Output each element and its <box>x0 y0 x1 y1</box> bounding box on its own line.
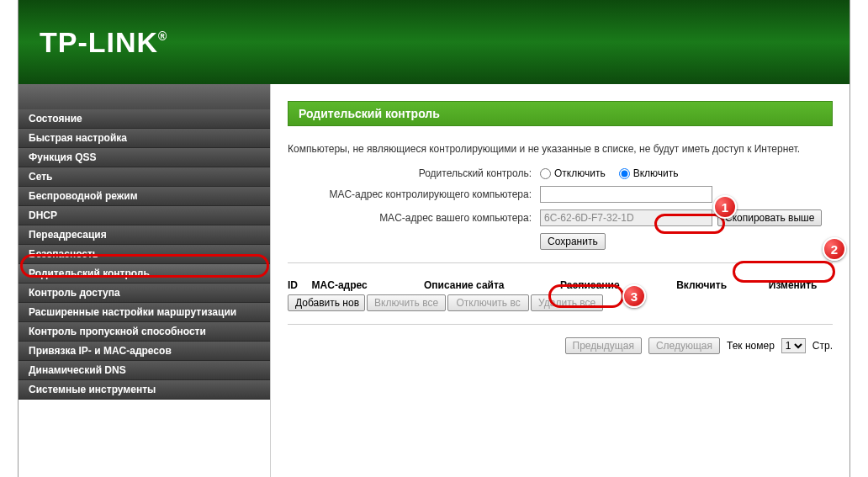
info-text: Компьютеры, не являющиеся контролирующим… <box>288 143 833 155</box>
th-mac: MAC-адрес <box>312 279 424 291</box>
add-new-button[interactable]: Добавить нов <box>288 294 365 311</box>
save-button[interactable]: Сохранить <box>540 233 606 250</box>
sidebar-item-parental-control[interactable]: Родительский контроль <box>19 264 270 284</box>
th-desc: Описание сайта <box>424 279 560 291</box>
radio-disable[interactable] <box>540 168 551 179</box>
page-suffix: Стр. <box>812 340 833 352</box>
sidebar-item-dhcp[interactable]: DHCP <box>19 206 270 225</box>
th-enable: Включить <box>676 279 769 291</box>
page-title: Родительский контроль <box>288 101 833 126</box>
sidebar-item-ddns[interactable]: Динамический DNS <box>19 361 270 380</box>
logo: TP-LINK® <box>40 26 167 59</box>
input-your-mac <box>540 209 712 226</box>
sidebar-item-access-control[interactable]: Контроль доступа <box>19 284 270 303</box>
sidebar-item-network[interactable]: Сеть <box>19 167 270 187</box>
sidebar-item-advanced-routing[interactable]: Расширенные настройки маршрутизации <box>19 303 270 322</box>
sidebar-header <box>19 84 270 109</box>
main-content: Родительский контроль Компьютеры, не явл… <box>271 84 849 477</box>
disable-all-button[interactable]: Отключить вс <box>447 294 529 311</box>
next-button[interactable]: Следующая <box>648 337 720 354</box>
label-your-mac: MAC-адрес вашего компьютера: <box>288 212 540 224</box>
prev-button[interactable]: Предыдущая <box>565 337 642 354</box>
radio-enable-label: Включить <box>633 167 679 179</box>
sidebar-item-status[interactable]: Состояние <box>19 109 270 129</box>
sidebar-item-qss[interactable]: Функция QSS <box>19 148 270 167</box>
sidebar-item-wireless[interactable]: Беспроводной режим <box>19 187 270 206</box>
page-select[interactable]: 1 <box>781 338 806 353</box>
sidebar-item-bandwidth-control[interactable]: Контроль пропускной способности <box>19 322 270 342</box>
sidebar: Состояние Быстрая настройка Функция QSS … <box>19 84 271 477</box>
th-sched: Расписание <box>560 279 676 291</box>
label-parental-control: Родительский контроль: <box>288 167 540 179</box>
th-edit: Изменить <box>769 279 833 291</box>
sidebar-item-ip-mac-binding[interactable]: Привязка IP- и MAC-адресов <box>19 342 270 361</box>
header: TP-LINK® <box>19 0 849 84</box>
enable-all-button[interactable]: Включить все <box>367 294 446 311</box>
label-control-mac: MAC-адрес контролирующего компьютера: <box>288 188 540 200</box>
radio-disable-label: Отключить <box>554 167 606 179</box>
sidebar-item-forwarding[interactable]: Переадресация <box>19 225 270 245</box>
table-header: ID MAC-адрес Описание сайта Расписание В… <box>288 276 833 294</box>
sidebar-item-system-tools[interactable]: Системные инструменты <box>19 380 270 400</box>
input-control-mac[interactable] <box>540 186 712 203</box>
th-id: ID <box>288 279 312 291</box>
copy-above-button[interactable]: Скопировать выше <box>717 209 822 226</box>
divider <box>288 262 833 263</box>
pagination: Предыдущая Следующая Тек номер 1 Стр. <box>288 337 833 354</box>
sidebar-item-security[interactable]: Безопасность <box>19 245 270 264</box>
sidebar-item-quick-setup[interactable]: Быстрая настройка <box>19 129 270 148</box>
radio-enable[interactable] <box>619 168 630 179</box>
page-label: Тек номер <box>727 340 775 352</box>
delete-all-button[interactable]: Удалить все <box>531 294 603 311</box>
divider2 <box>288 324 833 325</box>
